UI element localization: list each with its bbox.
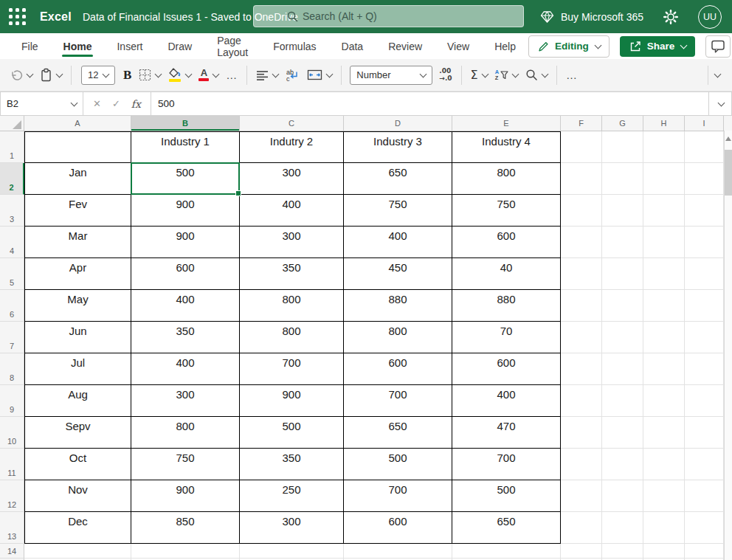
column-header-H[interactable]: H xyxy=(643,116,685,131)
cell-F3[interactable] xyxy=(561,195,602,227)
tab-data[interactable]: Data xyxy=(329,33,376,59)
cell-D3[interactable]: 750 xyxy=(344,195,452,227)
cell-C3[interactable]: 400 xyxy=(240,195,344,227)
cell-B5[interactable]: 600 xyxy=(131,258,240,290)
wrap-text-button[interactable]: abc xyxy=(282,66,303,84)
cell-E7[interactable]: 70 xyxy=(452,322,561,353)
cell-D8[interactable]: 600 xyxy=(344,353,452,385)
column-header-D[interactable]: D xyxy=(344,116,452,131)
tab-formulas[interactable]: Formulas xyxy=(260,33,328,59)
cell-A4[interactable]: Mar xyxy=(24,227,131,258)
cell-D5[interactable]: 450 xyxy=(344,258,452,290)
cell-C12[interactable]: 250 xyxy=(240,480,344,512)
cell-B9[interactable]: 300 xyxy=(131,385,240,417)
row-header-13[interactable]: 13 xyxy=(0,512,24,544)
cell-I12[interactable] xyxy=(685,480,724,512)
sort-filter-button[interactable]: AZ xyxy=(491,66,522,83)
cell-C13[interactable]: 300 xyxy=(240,512,344,544)
cell-E2[interactable]: 800 xyxy=(452,163,561,195)
cell-C2[interactable]: 300 xyxy=(240,163,344,195)
fill-handle[interactable] xyxy=(235,190,241,196)
share-button[interactable]: Share xyxy=(620,36,696,57)
font-color-button[interactable]: A xyxy=(195,66,222,84)
cell-D11[interactable]: 500 xyxy=(344,449,452,480)
find-button[interactable] xyxy=(522,66,551,84)
cell-A2[interactable]: Jan xyxy=(24,163,131,195)
cell-F11[interactable] xyxy=(561,449,602,480)
cell-E5[interactable]: 40 xyxy=(452,258,561,290)
cell-G6[interactable] xyxy=(602,290,643,322)
cell-H6[interactable] xyxy=(643,290,685,322)
cell-I7[interactable] xyxy=(685,322,724,353)
cell-H5[interactable] xyxy=(643,258,685,290)
cell-D6[interactable]: 880 xyxy=(344,290,452,322)
insert-function-button[interactable]: fx xyxy=(131,98,141,110)
undo-button[interactable] xyxy=(6,66,36,84)
cell-F9[interactable] xyxy=(561,385,602,417)
vertical-scrollbar[interactable] xyxy=(724,131,732,560)
cell-G7[interactable] xyxy=(602,322,643,353)
cell-C9[interactable]: 900 xyxy=(240,385,344,417)
column-header-B[interactable]: B xyxy=(131,116,240,131)
comments-button[interactable] xyxy=(705,35,731,58)
cell-I4[interactable] xyxy=(685,227,724,258)
cell-H2[interactable] xyxy=(643,163,685,195)
cell-A9[interactable]: Aug xyxy=(24,385,131,417)
more-font-options-button[interactable]: … xyxy=(222,69,241,82)
cell-C8[interactable]: 700 xyxy=(240,353,344,385)
cell-I8[interactable] xyxy=(685,353,724,385)
cell-F2[interactable] xyxy=(561,163,602,195)
cell-E13[interactable]: 650 xyxy=(452,512,561,544)
cell-H7[interactable] xyxy=(643,322,685,353)
column-header-F[interactable]: F xyxy=(561,116,602,131)
cell-C4[interactable]: 300 xyxy=(240,227,344,258)
cell-A12[interactable]: Nov xyxy=(24,480,131,512)
cell-B2[interactable]: 500 xyxy=(131,163,240,195)
alignment-button[interactable] xyxy=(252,67,282,83)
row-header-3[interactable]: 3 xyxy=(0,195,24,227)
row-header-7[interactable]: 7 xyxy=(0,322,24,353)
cell-C10[interactable]: 500 xyxy=(240,417,344,449)
cell-I10[interactable] xyxy=(685,417,724,449)
editing-mode-button[interactable]: Editing xyxy=(528,35,610,58)
row-header-10[interactable]: 10 xyxy=(0,417,24,449)
cell-E12[interactable]: 500 xyxy=(452,480,561,512)
number-format-select[interactable]: Number xyxy=(350,66,432,85)
collapse-ribbon-button[interactable] xyxy=(714,74,732,77)
cell-I1[interactable] xyxy=(685,131,724,163)
cell-D13[interactable]: 600 xyxy=(344,512,452,544)
cell-A10[interactable]: Sepv xyxy=(24,417,131,449)
expand-formula-bar-button[interactable] xyxy=(709,91,732,116)
cell-C1[interactable]: Indutry 2 xyxy=(240,131,344,163)
cell-F8[interactable] xyxy=(561,353,602,385)
cell-B12[interactable]: 900 xyxy=(131,480,240,512)
scroll-up-arrow-icon[interactable] xyxy=(725,136,731,141)
cell-A1[interactable] xyxy=(24,131,131,163)
cell-C7[interactable]: 800 xyxy=(240,322,344,353)
cell-D2[interactable]: 650 xyxy=(344,163,452,195)
tab-home[interactable]: Home xyxy=(51,33,105,59)
cell-E8[interactable]: 600 xyxy=(452,353,561,385)
cancel-button[interactable]: ✕ xyxy=(93,98,101,109)
cell-I6[interactable] xyxy=(685,290,724,322)
cell-C14[interactable] xyxy=(240,544,344,559)
cell-I2[interactable] xyxy=(685,163,724,195)
cell-C6[interactable]: 800 xyxy=(240,290,344,322)
scrollbar-thumb[interactable] xyxy=(725,150,732,196)
cell-A6[interactable]: May xyxy=(24,290,131,322)
cell-H14[interactable] xyxy=(643,544,685,559)
search-input[interactable]: Search (Alt + Q) xyxy=(253,5,524,27)
cell-H8[interactable] xyxy=(643,353,685,385)
cell-E11[interactable]: 700 xyxy=(452,449,561,480)
cell-E3[interactable]: 750 xyxy=(452,195,561,227)
column-header-G[interactable]: G xyxy=(602,116,643,131)
bold-button[interactable]: B xyxy=(120,65,135,86)
cell-B4[interactable]: 900 xyxy=(131,227,240,258)
font-size-select[interactable]: 12 xyxy=(81,66,115,85)
cell-A13[interactable]: Dec xyxy=(24,512,131,544)
borders-button[interactable] xyxy=(135,66,165,84)
cell-H9[interactable] xyxy=(643,385,685,417)
cell-A11[interactable]: Oct xyxy=(24,449,131,480)
cell-B7[interactable]: 350 xyxy=(131,322,240,353)
app-launcher-button[interactable] xyxy=(0,0,34,33)
